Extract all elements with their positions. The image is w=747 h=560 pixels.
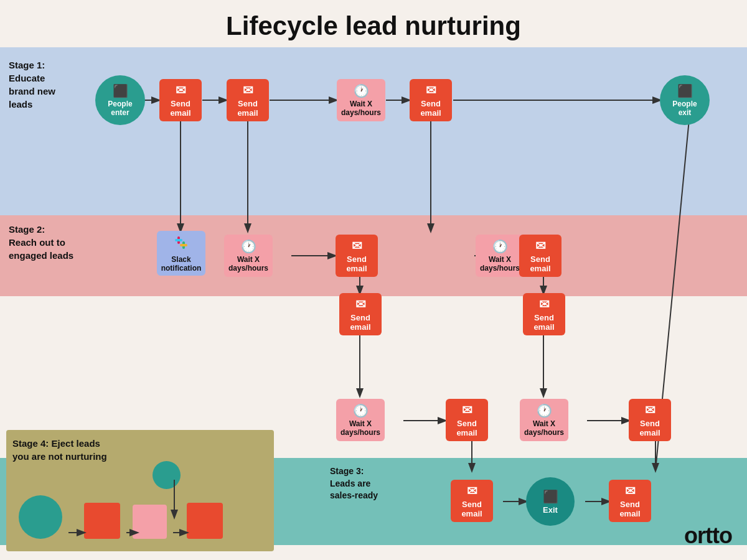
stage4-red-rect-2 [187, 503, 223, 539]
send-email-3-node[interactable]: ✉ Send email [410, 79, 452, 121]
svg-rect-24 [180, 244, 187, 246]
people-enter-node[interactable]: ⬛ People enter [95, 75, 145, 125]
wait-5-node[interactable]: 🕐 Wait X days/hours [336, 399, 385, 441]
enter-icon: ⬛ [113, 83, 128, 98]
send-email-4-node[interactable]: ✉ Send email [336, 235, 378, 277]
exit-s3-node[interactable]: ⬛ Exit [526, 477, 575, 526]
wait-2-node[interactable]: 🕐 Wait X days/hours [224, 235, 273, 277]
stage4-small-circle [153, 461, 181, 489]
people-exit-node[interactable]: ⬛ People exit [660, 75, 710, 125]
wait-4-node[interactable]: 🕐 Wait X days/hours [520, 399, 568, 441]
send-email-9-node[interactable]: ✉ Send email [629, 399, 671, 441]
stage4-large-circle [19, 495, 62, 539]
stage4-red-rect-1 [84, 503, 120, 539]
slack-notification-node[interactable]: Slack notification [157, 231, 205, 276]
send-email-6-node[interactable]: ✉ Send email [519, 235, 561, 277]
wait-3-node[interactable]: 🕐 Wait X days/hours [476, 235, 524, 277]
send-email-2-node[interactable]: ✉ Send email [227, 79, 269, 121]
stage1-label: Stage 1: Educate brand new leads [9, 58, 55, 111]
send-email-10-node[interactable]: ✉ Send email [446, 399, 488, 441]
stage3-label: Stage 3: Leads are sales-ready [330, 465, 378, 502]
stage2-label: Stage 2: Reach out to engaged leads [9, 223, 73, 262]
svg-rect-23 [175, 239, 182, 241]
page-title: Lifecycle lead nurturing [0, 0, 747, 47]
stage1-band [0, 47, 747, 215]
stage4-pink-rect [133, 505, 167, 539]
send-email-5-node[interactable]: ✉ Send email [339, 293, 382, 335]
send-email-s3-2-node[interactable]: ✉ Send email [609, 480, 651, 522]
send-email-s3-1-node[interactable]: ✉ Send email [451, 480, 493, 522]
send-email-1-node[interactable]: ✉ Send email [159, 79, 202, 121]
stage4-label: Stage 4: Eject leads you are not nurturi… [12, 437, 107, 463]
ortto-brand: ortto [684, 523, 732, 549]
wait-1-node[interactable]: 🕐 Wait X days/hours [337, 79, 385, 121]
send-email-7-node[interactable]: ✉ Send email [523, 293, 565, 335]
